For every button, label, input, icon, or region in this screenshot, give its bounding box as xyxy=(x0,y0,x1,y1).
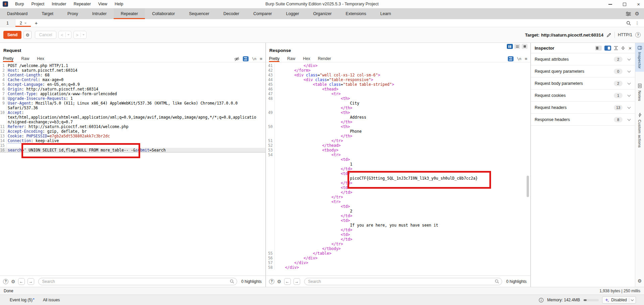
code-line[interactable]: </th> xyxy=(266,106,530,110)
response-tab-pretty[interactable]: Pretty xyxy=(269,56,279,62)
menu-view[interactable]: View xyxy=(95,0,111,8)
prettify-toggle-icon[interactable] xyxy=(508,56,514,61)
code-line[interactable]: 6Origin: http://saturn.picoctf.net:60314 xyxy=(0,87,265,92)
edit-pencil-icon[interactable] xyxy=(606,33,611,38)
rail-tab-custom-actions[interactable]: Custom actions xyxy=(635,110,644,150)
code-line[interactable]: 8Upgrade-Insecure-Requests: 1 xyxy=(0,96,265,101)
code-line[interactable]: 45<table class="table table-striped"> xyxy=(266,82,530,87)
request-editor[interactable]: 1POST /welcome.php HTTP/1.12Host: saturn… xyxy=(0,63,265,276)
rail-tab-notes[interactable]: Notes xyxy=(635,80,644,104)
inspector-close-icon[interactable]: × xyxy=(628,46,632,51)
search-next-button[interactable]: → xyxy=(28,278,34,285)
tab-logger[interactable]: Logger xyxy=(279,8,306,19)
newline-toggle-icon[interactable]: \n xyxy=(517,57,521,61)
code-line[interactable]: 2Host: saturn.picoctf.net:60314 xyxy=(0,68,265,73)
tab-learn[interactable]: Learn xyxy=(373,8,398,19)
code-line[interactable]: Safari/537.36 xyxy=(0,106,265,110)
layout-rows-button[interactable] xyxy=(514,44,520,49)
response-tab-hex[interactable]: Hex xyxy=(303,56,310,62)
chevron-down-icon[interactable] xyxy=(631,298,634,301)
code-line[interactable]: 1POST /welcome.php HTTP/1.1 xyxy=(0,63,265,68)
layout-columns-button[interactable] xyxy=(507,44,513,49)
chevron-down-icon[interactable] xyxy=(628,81,631,84)
inspector-dock-left-toggle[interactable] xyxy=(595,46,602,51)
search-settings-icon[interactable]: ⚙ xyxy=(11,279,15,284)
code-line[interactable]: 10Accept: xyxy=(0,110,265,115)
request-settings-button[interactable]: ⚙ xyxy=(23,31,32,39)
inspector-section-response-headers[interactable]: Response headers8 xyxy=(531,114,635,126)
code-line[interactable]: </td> xyxy=(266,237,530,242)
newline-toggle-icon[interactable]: \n xyxy=(252,57,256,61)
code-line[interactable]: </td> xyxy=(266,213,530,218)
menu-burp[interactable]: Burp xyxy=(11,0,28,8)
code-line[interactable]: 52</thead> xyxy=(266,143,530,148)
response-tab-render[interactable]: Render xyxy=(318,56,331,62)
inspector-section-request-headers[interactable]: Request headers13 xyxy=(531,102,635,114)
code-line[interactable]: 53<tbody> xyxy=(266,148,530,152)
chevron-down-icon[interactable] xyxy=(628,69,631,72)
code-line[interactable]: text/html,application/xhtml+xml,applicat… xyxy=(0,115,265,120)
response-search-input[interactable] xyxy=(304,278,502,285)
code-line[interactable]: 42</form> xyxy=(266,68,530,73)
event-log-button[interactable]: Event log (5)● xyxy=(10,298,34,302)
code-line[interactable]: 54<tr> xyxy=(266,152,530,157)
inspector-section-request-body-parameters[interactable]: Request body parameters2 xyxy=(531,77,635,89)
code-line[interactable]: Address xyxy=(266,115,530,120)
code-line[interactable]: 15 xyxy=(0,143,265,148)
collapse-all-icon[interactable] xyxy=(614,46,618,50)
search-next-button[interactable]: → xyxy=(293,278,300,285)
code-line[interactable]: 2 xyxy=(266,209,530,213)
help-icon[interactable]: ? xyxy=(635,32,641,38)
inspector-dock-right-toggle[interactable] xyxy=(604,46,611,51)
code-line[interactable]: <td> xyxy=(266,204,530,209)
search-icon[interactable] xyxy=(626,21,631,25)
code-line[interactable]: 48<th> xyxy=(266,96,530,101)
code-line[interactable]: 43<div class="well col-xs-12 col-sm-6"> xyxy=(266,73,530,77)
code-line[interactable]: </td> xyxy=(266,181,530,185)
kebab-menu-icon[interactable]: ⋮ xyxy=(635,20,639,25)
add-tab-button[interactable]: + xyxy=(31,19,42,27)
code-line[interactable]: 46<thead> xyxy=(266,87,530,92)
code-line[interactable]: picoCTF{G3tting_5QL_1nJ3c7I0N_l1k3_y0u_s… xyxy=(266,176,530,181)
search-prev-button[interactable]: ← xyxy=(284,278,291,285)
code-line[interactable]: 49<th> xyxy=(266,110,530,115)
forward-button[interactable]: > xyxy=(73,31,87,39)
inspector-section-request-attributes[interactable]: Request attributes2 xyxy=(531,53,635,65)
response-editor[interactable]: 41</div>42</form>43<div class="well col-… xyxy=(266,63,530,276)
code-line[interactable]: </tr> xyxy=(266,195,530,199)
code-line[interactable]: 14Connection: keep-alive xyxy=(0,138,265,143)
repeater-tab-2[interactable]: 2× xyxy=(15,19,31,27)
settings-gear-icon[interactable]: ⚙ xyxy=(638,278,642,284)
expand-all-icon[interactable] xyxy=(621,46,625,50)
code-line[interactable]: <td> xyxy=(266,157,530,162)
tab-dashboard[interactable]: Dashboard xyxy=(0,8,35,19)
code-line[interactable]: 5Accept-Language: en-US,en;q=0.9 xyxy=(0,82,265,87)
all-issues-button[interactable]: All issues xyxy=(43,298,60,302)
code-line[interactable]: 13Cookie: PHPSESSID=e7gb2a5dt538802akk7c… xyxy=(0,134,265,138)
code-line[interactable]: </td> xyxy=(266,190,530,195)
request-tab-pretty[interactable]: Pretty xyxy=(3,56,13,62)
code-line[interactable]: 56</div> xyxy=(266,256,530,260)
minimize-icon[interactable] xyxy=(608,4,612,5)
tab-intruder[interactable]: Intruder xyxy=(85,8,114,19)
tab-repeater[interactable]: Repeater xyxy=(114,8,145,19)
code-line[interactable]: 57</div> xyxy=(266,260,530,265)
code-line[interactable]: 11Referer: http://saturn.picoctf.net:603… xyxy=(0,124,265,129)
inspector-section-request-query-parameters[interactable]: Request query parameters0 xyxy=(531,65,635,77)
code-line[interactable]: 12Accept-Encoding: gzip, deflate, br xyxy=(0,129,265,134)
tab-comparer[interactable]: Comparer xyxy=(246,8,279,19)
code-line[interactable]: 47<tr> xyxy=(266,92,530,96)
code-line[interactable]: Phone xyxy=(266,129,530,134)
hide-nonprintable-icon[interactable] xyxy=(234,57,239,61)
close-tab-icon[interactable]: × xyxy=(24,21,26,25)
layout-single-button[interactable] xyxy=(522,44,528,49)
cancel-button[interactable]: Cancel xyxy=(35,31,56,39)
prettify-toggle-icon[interactable] xyxy=(243,56,249,61)
code-line[interactable]: 1 xyxy=(266,162,530,167)
code-line[interactable]: <td> xyxy=(266,218,530,223)
code-line[interactable]: 58</div> xyxy=(266,265,530,270)
code-line[interactable]: 7Content-Type: application/x-www-form-ur… xyxy=(0,92,265,96)
maximize-icon[interactable] xyxy=(623,3,626,6)
tab-collaborator[interactable]: Collaborator xyxy=(145,8,182,19)
code-line[interactable]: </td> xyxy=(266,228,530,232)
